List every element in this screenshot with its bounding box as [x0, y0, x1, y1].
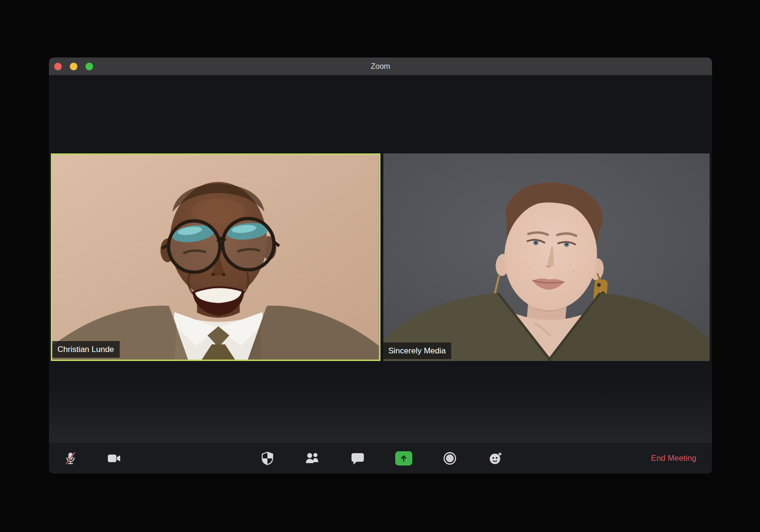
video-grid: Christian Lunde: [51, 153, 710, 361]
chat-icon: [350, 451, 365, 466]
record-icon: [442, 451, 457, 466]
share-screen-icon: [395, 451, 412, 466]
participant-name-label: Sincerely Media: [383, 342, 452, 359]
minimize-button[interactable]: [70, 63, 77, 70]
reactions-icon: [488, 451, 503, 466]
window-title: Zoom: [371, 62, 390, 71]
zoom-window: Zoom: [49, 57, 712, 474]
video-button[interactable]: [104, 449, 124, 468]
share-screen-button[interactable]: [394, 449, 413, 468]
fullscreen-button[interactable]: [86, 63, 93, 70]
titlebar: Zoom: [49, 57, 712, 75]
microphone-muted-icon: [63, 451, 78, 466]
close-button[interactable]: [54, 63, 62, 70]
mute-button[interactable]: [61, 449, 80, 468]
end-meeting-button[interactable]: End Meeting: [650, 452, 697, 465]
security-button[interactable]: [258, 449, 277, 468]
reactions-button[interactable]: [486, 449, 505, 468]
video-tile-christian-lunde[interactable]: Christian Lunde: [51, 153, 380, 361]
participants-icon: [304, 451, 320, 466]
participants-button[interactable]: [303, 449, 322, 468]
video-camera-icon: [106, 451, 122, 466]
video-tile-sincerely-media[interactable]: Sincerely Media: [383, 153, 710, 361]
chat-button[interactable]: [348, 449, 367, 468]
security-shield-icon: [260, 451, 275, 466]
record-button[interactable]: [440, 449, 459, 468]
traffic-lights: [54, 57, 93, 75]
participant-video-woman: [383, 153, 710, 361]
participant-video-man: [52, 155, 379, 360]
participant-name-label: Christian Lunde: [52, 341, 120, 358]
meeting-toolbar: End Meeting: [49, 443, 712, 474]
